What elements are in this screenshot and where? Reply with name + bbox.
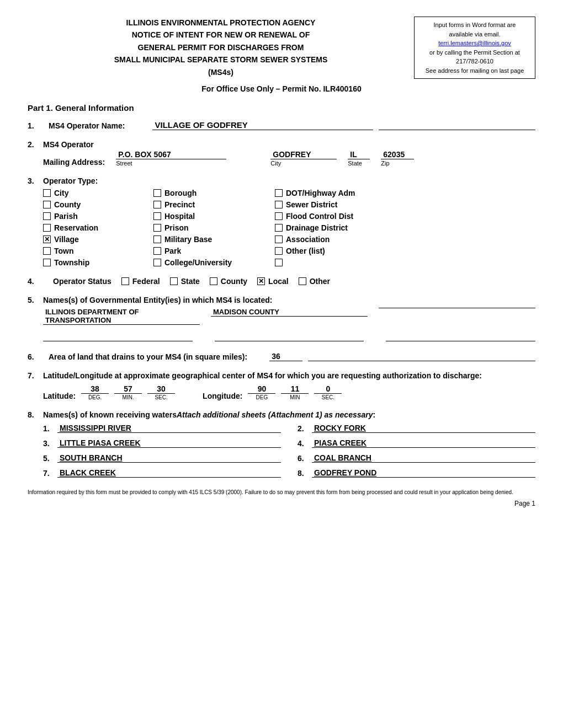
- entity3-group: [379, 308, 535, 325]
- waters-grid: 1.MISSISSIPPI RIVER2.ROCKY FORK3.LITTLE …: [43, 424, 535, 478]
- item3: 3. Operator Type: CityBoroughDOT/Highway…: [28, 176, 535, 267]
- water-row: 8.GODFREY POND: [298, 468, 535, 478]
- water-row: 1.MISSISSIPPI RIVER: [43, 424, 281, 433]
- entity5-field: [215, 330, 364, 341]
- item2: 2. MS4 Operator Mailing Address: P.O. BO…: [28, 140, 535, 167]
- part1-label: Part 1. General Information: [28, 103, 535, 113]
- entity4-field: [43, 330, 193, 341]
- checkbox-association: Association: [275, 235, 418, 244]
- checkbox-sewer-district: Sewer District: [275, 200, 418, 209]
- checkbox-dot/highway-adm: DOT/Highway Adm: [275, 189, 418, 197]
- header-title: ILLINOIS ENVIRONMENTAL PROTECTION AGENCY…: [28, 17, 414, 78]
- lon-deg-group: 90 DEG: [248, 384, 275, 400]
- item1: 1. MS4 Operator Name: VILLAGE OF GODFREY: [28, 120, 535, 130]
- item8: 8. Names(s) of known receiving waters At…: [28, 410, 535, 478]
- status-county: County: [210, 277, 247, 286]
- page-wrapper: ILLINOIS ENVIRONMENTAL PROTECTION AGENCY…: [28, 17, 535, 507]
- checkbox-prison: Prison: [153, 223, 275, 232]
- item5: 5. Names(s) of Governmental Entity(ies) …: [28, 296, 535, 341]
- water-row: 2.ROCKY FORK: [298, 424, 535, 433]
- area-field: 36: [269, 352, 302, 361]
- water-row: 6.COAL BRANCH: [298, 453, 535, 463]
- checkbox-: [275, 258, 418, 267]
- zip-group: 62035 Zip: [381, 150, 414, 167]
- water-row: 4.PIASA CREEK: [298, 438, 535, 448]
- lon-sec-group: 0 SEC.: [314, 384, 342, 400]
- status-other: Other: [299, 277, 330, 286]
- checkbox-hospital: Hospital: [153, 212, 275, 221]
- status-local: ✕ Local: [257, 277, 289, 286]
- item7: 7. Latitude/Longitude at approximate geo…: [28, 371, 535, 400]
- entity1-group: ILLINOIS DEPARTMENT OF TRANSPORTATION: [43, 308, 200, 325]
- checkbox-city: City: [43, 189, 153, 197]
- checkbox-park: Park: [153, 247, 275, 255]
- operator-type-grid-rebuilt: CityBoroughDOT/Highway AdmCountyPrecinct…: [43, 189, 535, 267]
- header-info-box: Input forms in Word format are available…: [414, 17, 535, 79]
- checkbox-military-base: Military Base: [153, 235, 275, 244]
- status-state: State: [170, 277, 200, 286]
- water-row: 3.LITTLE PIASA CREEK: [43, 438, 281, 448]
- checkbox-drainage-district: Drainage District: [275, 223, 418, 232]
- checkbox-town: Town: [43, 247, 153, 255]
- page-number: Page 1: [28, 500, 535, 507]
- item6: 6. Area of land that drains to your MS4 …: [28, 351, 535, 361]
- water-row: 5.SOUTH BRANCH: [43, 453, 281, 463]
- checkbox-borough: Borough: [153, 189, 275, 197]
- status-federal: Federal: [121, 277, 160, 286]
- latitude-label: Latitude:: [43, 392, 76, 400]
- city-group: GODFREY City: [270, 150, 337, 167]
- permit-line: For Office Use Only – Permit No. ILR4001…: [28, 84, 535, 93]
- operator-name-field: VILLAGE OF GODFREY: [152, 120, 373, 130]
- lat-deg-group: 38 DEG.: [81, 384, 109, 400]
- item4: 4. Operator Status Federal State County …: [28, 277, 535, 286]
- header-section: ILLINOIS ENVIRONMENTAL PROTECTION AGENCY…: [28, 17, 535, 79]
- entity2-group: MADISON COUNTY: [211, 308, 368, 325]
- footer-text: Information required by this form must b…: [28, 489, 535, 496]
- checkbox-precinct: Precinct: [153, 200, 275, 209]
- checkbox-parish: Parish: [43, 212, 153, 221]
- water-row: 7.BLACK CREEK: [43, 468, 281, 478]
- state-group: IL State: [348, 150, 370, 167]
- lat-sec-group: 30 SEC.: [147, 384, 175, 400]
- entity6-field: [386, 330, 535, 341]
- checkbox-flood-control-dist: Flood Control Dist: [275, 212, 418, 221]
- checkbox-college/university: College/University: [153, 258, 275, 267]
- checkbox-township: Township: [43, 258, 153, 267]
- lat-min-group: 57 MIN.: [114, 384, 142, 400]
- street-group: P.O. BOX 5067 Street: [116, 150, 226, 167]
- checkbox-village: ✕Village: [43, 235, 153, 244]
- checkbox-other-(list): Other (list): [275, 247, 418, 255]
- checkbox-reservation: Reservation: [43, 223, 153, 232]
- checkbox-county: County: [43, 200, 153, 209]
- lon-min-group: 11 MIN: [281, 384, 309, 400]
- longitude-label: Longitude:: [203, 392, 242, 400]
